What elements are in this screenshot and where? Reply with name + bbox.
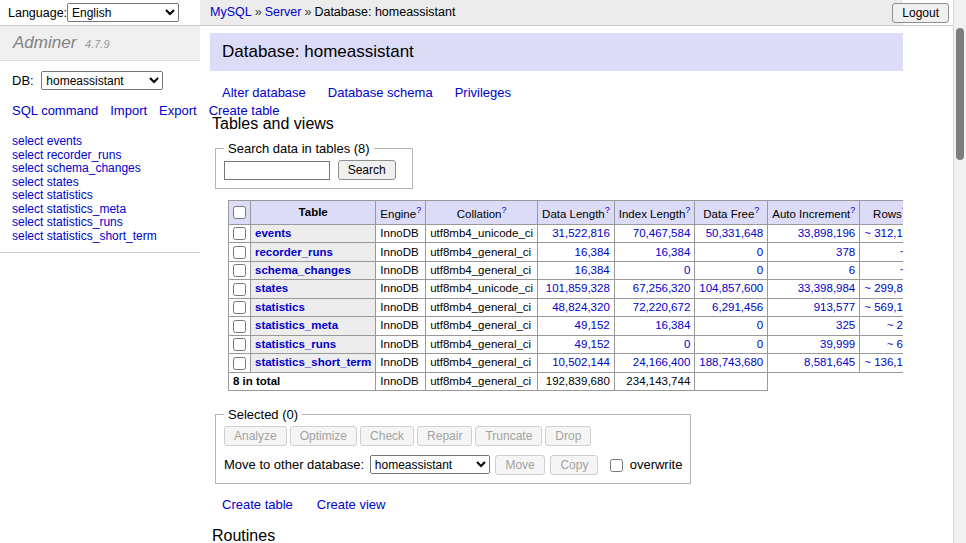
index-length-link-statistics[interactable]: 72,220,672 [633,301,691,313]
open-table-events[interactable]: events [255,227,291,239]
help-link-index-length[interactable]: ? [685,205,690,215]
row-checkbox-statistics_runs[interactable] [233,338,246,351]
row-checkbox-statistics_meta[interactable] [233,320,246,333]
auto-increment-link-schema_changes[interactable]: 6 [849,264,855,276]
data-free-link-schema_changes[interactable]: 0 [757,264,763,276]
overwrite-checkbox[interactable] [610,459,623,472]
help-link-auto-increment[interactable]: ? [850,205,855,215]
breadcrumb-link-mysql[interactable]: MySQL [210,5,252,19]
index-length-link-schema_changes[interactable]: 0 [684,264,690,276]
auto-increment-link-statistics_meta[interactable]: 325 [836,319,855,331]
table-link-statistics_meta[interactable]: statistics_meta [47,202,126,216]
auto-increment-link-statistics_runs[interactable]: 39,999 [820,338,855,350]
table-link-statistics_short_term[interactable]: statistics_short_term [47,229,157,243]
data-length-link-recorder_runs[interactable]: 16,384 [575,246,610,258]
open-table-statistics_meta[interactable]: statistics_meta [255,319,338,331]
select-all-checkbox[interactable] [233,206,246,219]
open-table-states[interactable]: states [255,282,288,294]
language-select[interactable]: English [67,3,179,22]
open-table-statistics_short_term[interactable]: statistics_short_term [255,356,371,368]
help-link-data-free[interactable]: ? [754,205,759,215]
open-table-statistics_runs[interactable]: statistics_runs [255,338,336,350]
rows-link-events[interactable]: ~ 312,180 [864,227,903,239]
auto-increment-link-events[interactable]: 33,898,196 [798,227,856,239]
data-free-link-statistics_short_term[interactable]: 188,743,680 [699,356,763,368]
table-link-states[interactable]: states [47,175,79,189]
data-free-link-events[interactable]: 50,331,648 [706,227,764,239]
optimize-button[interactable]: Optimize [290,426,357,446]
analyze-button[interactable]: Analyze [224,426,287,446]
auto-increment-link-statistics[interactable]: 913,577 [814,301,856,313]
index-length-link-states[interactable]: 67,256,320 [633,282,691,294]
search-input[interactable] [224,161,330,180]
drop-button[interactable]: Drop [545,426,591,446]
data-length-link-states[interactable]: 101,859,328 [546,282,610,294]
select-link-states[interactable]: select [12,175,43,189]
repair-button[interactable]: Repair [417,426,472,446]
logout-button[interactable]: Logout [892,3,949,23]
help-link-engine[interactable]: ? [416,205,421,215]
open-table-statistics[interactable]: statistics [255,301,305,313]
breadcrumb-link-server[interactable]: Server [265,5,302,19]
data-length-link-statistics_runs[interactable]: 49,152 [575,338,610,350]
sidebar-link-export[interactable]: Export [159,103,197,118]
truncate-button[interactable]: Truncate [475,426,542,446]
data-length-link-statistics_short_term[interactable]: 10,502,144 [552,356,610,368]
table-link-schema_changes[interactable]: schema_changes [47,161,141,175]
data-free-link-statistics[interactable]: 6,291,456 [712,301,763,313]
table-link-statistics_runs[interactable]: statistics_runs [47,215,123,229]
data-free-link-states[interactable]: 104,857,600 [699,282,763,294]
sidebar-link-sql-command[interactable]: SQL command [12,103,98,118]
index-length-link-statistics_short_term[interactable]: 24,166,400 [633,356,691,368]
alter-database-link[interactable]: Alter database [222,85,306,100]
rows-link-recorder_runs[interactable]: ~ 5 [899,246,903,258]
table-link-events[interactable]: events [47,134,82,148]
rows-link-statistics_short_term[interactable]: ~ 136,108 [864,356,903,368]
table-link-recorder_runs[interactable]: recorder_runs [47,148,122,162]
rows-link-statistics_meta[interactable]: ~ 244 [887,319,903,331]
select-link-statistics_runs[interactable]: select [12,215,43,229]
data-free-link-statistics_runs[interactable]: 0 [757,338,763,350]
select-link-schema_changes[interactable]: select [12,161,43,175]
data-free-link-statistics_meta[interactable]: 0 [757,319,763,331]
create-view-bottom-link[interactable]: Create view [317,497,386,512]
data-length-link-events[interactable]: 31,522,816 [552,227,610,239]
search-button[interactable]: Search [338,160,396,180]
row-checkbox-events[interactable] [233,227,246,240]
row-checkbox-statistics_short_term[interactable] [233,357,246,370]
row-checkbox-states[interactable] [233,283,246,296]
select-link-statistics[interactable]: select [12,188,43,202]
db-select[interactable]: homeassistant [41,71,163,90]
rows-link-schema_changes[interactable]: ~ 3 [899,264,903,276]
data-free-link-recorder_runs[interactable]: 0 [757,246,763,258]
open-table-recorder_runs[interactable]: recorder_runs [255,246,333,258]
vertical-scrollbar[interactable] [953,0,966,543]
help-link-rows[interactable]: ? [902,205,903,215]
check-button[interactable]: Check [360,426,414,446]
open-table-schema_changes[interactable]: schema_changes [255,264,351,276]
row-checkbox-statistics[interactable] [233,301,246,314]
privileges-link[interactable]: Privileges [455,85,511,100]
index-length-link-statistics_runs[interactable]: 0 [684,338,690,350]
data-length-link-schema_changes[interactable]: 16,384 [575,264,610,276]
row-checkbox-recorder_runs[interactable] [233,246,246,259]
move-db-select[interactable]: homeassistant [370,455,490,474]
select-link-statistics_short_term[interactable]: select [12,229,43,243]
rows-link-statistics[interactable]: ~ 569,159 [864,301,903,313]
scrollbar-thumb[interactable] [956,28,964,160]
rows-link-statistics_runs[interactable]: ~ 628 [887,338,903,350]
help-link-collation[interactable]: ? [501,205,506,215]
select-link-events[interactable]: select [12,134,43,148]
auto-increment-link-recorder_runs[interactable]: 378 [836,246,855,258]
table-link-statistics[interactable]: statistics [47,188,93,202]
index-length-link-statistics_meta[interactable]: 16,384 [655,319,690,331]
select-link-recorder_runs[interactable]: select [12,148,43,162]
sidebar-link-import[interactable]: Import [110,103,147,118]
create-table-bottom-link[interactable]: Create table [222,497,293,512]
select-link-statistics_meta[interactable]: select [12,202,43,216]
data-length-link-statistics_meta[interactable]: 49,152 [575,319,610,331]
row-checkbox-schema_changes[interactable] [233,264,246,277]
help-link-data-length[interactable]: ? [605,205,610,215]
data-length-link-statistics[interactable]: 48,824,320 [552,301,610,313]
move-button[interactable]: Move [495,455,544,475]
